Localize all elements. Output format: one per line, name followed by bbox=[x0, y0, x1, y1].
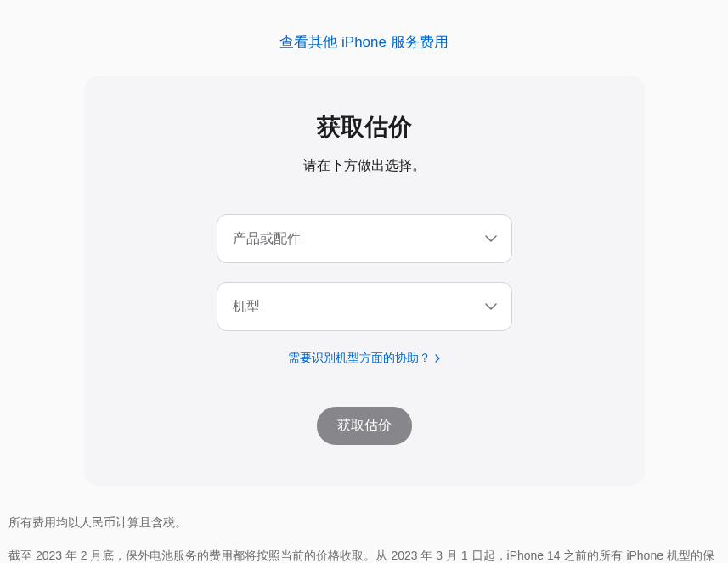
help-link-container: 需要识别机型方面的协助？ bbox=[125, 350, 604, 366]
product-select-placeholder: 产品或配件 bbox=[233, 230, 301, 248]
product-select[interactable]: 产品或配件 bbox=[217, 214, 512, 263]
top-link-container: 查看其他 iPhone 服务费用 bbox=[0, 0, 728, 76]
footer-line-2: 截至 2023 年 2 月底，保外电池服务的费用都将按照当前的价格收取。从 20… bbox=[8, 544, 720, 563]
help-link-label: 需要识别机型方面的协助？ bbox=[288, 351, 431, 364]
card-title: 获取估价 bbox=[125, 111, 604, 144]
footer-line-2-text: 截至 2023 年 2 月底，保外电池服务的费用都将按照当前的价格收取。从 20… bbox=[8, 549, 714, 563]
model-select-wrapper: 机型 bbox=[217, 282, 512, 331]
identify-model-help-link[interactable]: 需要识别机型方面的协助？ bbox=[288, 351, 441, 364]
model-select[interactable]: 机型 bbox=[217, 282, 512, 331]
view-other-services-link[interactable]: 查看其他 iPhone 服务费用 bbox=[279, 34, 448, 50]
model-select-placeholder: 机型 bbox=[233, 298, 260, 316]
footer-line-1: 所有费用均以人民币计算且含税。 bbox=[8, 511, 720, 534]
footer-text: 所有费用均以人民币计算且含税。 截至 2023 年 2 月底，保外电池服务的费用… bbox=[8, 511, 720, 563]
estimate-card: 获取估价 请在下方做出选择。 产品或配件 机型 需要识别机型方面的协助？ 获取估… bbox=[84, 76, 645, 486]
product-select-wrapper: 产品或配件 bbox=[217, 214, 512, 263]
chevron-right-icon bbox=[435, 352, 440, 365]
card-subtitle: 请在下方做出选择。 bbox=[125, 157, 604, 175]
get-estimate-button[interactable]: 获取估价 bbox=[317, 407, 412, 445]
